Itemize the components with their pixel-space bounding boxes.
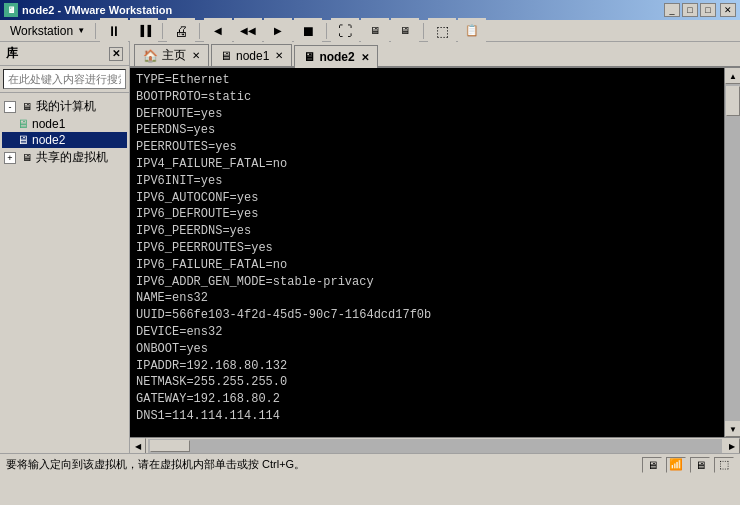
horizontal-scrollbar-container: ◀ ▶ — [130, 437, 740, 453]
status-icon-4: ⬚ — [714, 457, 734, 473]
toolbar-vm1[interactable]: 🖥 — [361, 18, 389, 44]
maximize-button[interactable]: □ — [700, 3, 716, 17]
close-button[interactable]: ✕ — [720, 3, 736, 17]
status-bar: 要将输入定向到该虚拟机，请在虚拟机内部单击或按 Ctrl+G。 🖥 📶 🖥 ⬚ — [0, 453, 740, 475]
tab-node2-close[interactable]: ✕ — [361, 52, 369, 63]
toolbar-stop[interactable]: ⏹ — [294, 18, 322, 44]
vm-icon-node2: 🖥 — [16, 133, 30, 147]
scroll-track[interactable] — [725, 84, 740, 421]
restore-button[interactable]: □ — [682, 3, 698, 17]
toolbar-back[interactable]: ◀ — [204, 18, 232, 44]
tab-home-close[interactable]: ✕ — [192, 50, 200, 61]
status-icon-1: 🖥 — [642, 457, 662, 473]
scroll-down-button[interactable]: ▼ — [725, 421, 740, 437]
sidebar: 库 ✕ - 🖥 我的计算机 🖥 node1 🖥 node2 — [0, 42, 130, 453]
menu-sep-2 — [162, 23, 163, 39]
tree-item-node1[interactable]: 🖥 node1 — [2, 116, 127, 132]
sidebar-close-button[interactable]: ✕ — [109, 47, 123, 61]
tree-item-my-computer[interactable]: - 🖥 我的计算机 — [2, 97, 127, 116]
workstation-menu[interactable]: Workstation ▼ — [4, 22, 91, 40]
minimize-button[interactable]: _ — [664, 3, 680, 17]
h-scroll-thumb[interactable] — [150, 440, 190, 452]
tab-node1-label: node1 — [236, 49, 269, 63]
tabs-bar: 🏠 主页 ✕ 🖥 node1 ✕ 🖥 node2 ✕ — [130, 42, 740, 68]
node1-tab-icon: 🖥 — [220, 49, 232, 63]
h-scroll-track[interactable] — [148, 439, 722, 453]
menu-bar: Workstation ▼ ⏸ ▐▐ 🖨 ◀ ◀◀ ▶ ⏹ ⛶ 🖥 🖥 ⬚ 📋 — [0, 20, 740, 42]
expand-shared-icon[interactable]: + — [4, 152, 16, 164]
toolbar-clip[interactable]: 📋 — [458, 18, 486, 44]
status-icon-3: 🖥 — [690, 457, 710, 473]
status-icons: 🖥 📶 🖥 ⬚ — [642, 457, 734, 473]
scroll-thumb[interactable] — [726, 86, 740, 116]
tab-node2-label: node2 — [319, 50, 354, 64]
scroll-up-button[interactable]: ▲ — [725, 68, 740, 84]
toolbar-pause[interactable]: ⏸ — [100, 18, 128, 44]
toolbar-snap[interactable]: ⬚ — [428, 18, 456, 44]
sidebar-header: 库 ✕ — [0, 42, 129, 66]
expand-icon[interactable]: - — [4, 101, 16, 113]
scroll-left-button[interactable]: ◀ — [130, 438, 146, 453]
computer-icon: 🖥 — [20, 100, 34, 114]
vertical-scrollbar[interactable]: ▲ ▼ — [724, 68, 740, 437]
toolbar-step[interactable]: ▐▐ — [130, 18, 158, 44]
workstation-dropdown-icon: ▼ — [77, 26, 85, 35]
search-input[interactable] — [3, 69, 126, 89]
status-icon-2: 📶 — [666, 457, 686, 473]
app-icon: 🖥 — [4, 3, 18, 17]
tab-node2[interactable]: 🖥 node2 ✕ — [294, 45, 377, 68]
sidebar-tree: - 🖥 我的计算机 🖥 node1 🖥 node2 + 🖥 共享的虚拟机 — [0, 93, 129, 453]
window-controls[interactable]: _ □ □ ✕ — [664, 3, 736, 17]
menu-separator — [95, 23, 96, 39]
tab-home[interactable]: 🏠 主页 ✕ — [134, 44, 209, 66]
title-bar-left: 🖥 node2 - VMware Workstation — [4, 3, 172, 17]
menu-sep-3 — [199, 23, 200, 39]
tree-item-node2[interactable]: 🖥 node2 — [2, 132, 127, 148]
toolbar-vm2[interactable]: 🖥 — [391, 18, 419, 44]
content-area: 🏠 主页 ✕ 🖥 node1 ✕ 🖥 node2 ✕ TYPE=Ethernet… — [130, 42, 740, 453]
tree-label-node1: node1 — [32, 117, 65, 131]
tree-label-my-computer: 我的计算机 — [36, 98, 96, 115]
tab-home-label: 主页 — [162, 47, 186, 64]
status-message: 要将输入定向到该虚拟机，请在虚拟机内部单击或按 Ctrl+G。 — [6, 457, 305, 472]
tree-item-shared[interactable]: + 🖥 共享的虚拟机 — [2, 148, 127, 167]
tab-node1[interactable]: 🖥 node1 ✕ — [211, 44, 292, 66]
shared-icon: 🖥 — [20, 151, 34, 165]
toolbar-rewind[interactable]: ◀◀ — [234, 18, 262, 44]
sidebar-title: 库 — [6, 45, 18, 62]
node2-tab-icon: 🖥 — [303, 50, 315, 64]
tab-node1-close[interactable]: ✕ — [275, 50, 283, 61]
terminal-container: TYPE=Ethernet BOOTPROTO=static DEFROUTE=… — [130, 68, 740, 453]
toolbar-fullscreen[interactable]: ⛶ — [331, 18, 359, 44]
home-tab-icon: 🏠 — [143, 49, 158, 63]
scroll-right-button[interactable]: ▶ — [724, 438, 740, 453]
menu-sep-5 — [423, 23, 424, 39]
workstation-label: Workstation — [10, 24, 73, 38]
toolbar-play[interactable]: ▶ — [264, 18, 292, 44]
sidebar-search-container — [0, 66, 129, 93]
terminal-output[interactable]: TYPE=Ethernet BOOTPROTO=static DEFROUTE=… — [130, 68, 724, 437]
vm-icon-node1: 🖥 — [16, 117, 30, 131]
window-title: node2 - VMware Workstation — [22, 4, 172, 16]
menu-sep-4 — [326, 23, 327, 39]
main-area: 库 ✕ - 🖥 我的计算机 🖥 node1 🖥 node2 — [0, 42, 740, 453]
tree-label-node2: node2 — [32, 133, 65, 147]
tree-label-shared: 共享的虚拟机 — [36, 149, 108, 166]
horizontal-scrollbar[interactable] — [146, 438, 724, 453]
toolbar-print[interactable]: 🖨 — [167, 18, 195, 44]
